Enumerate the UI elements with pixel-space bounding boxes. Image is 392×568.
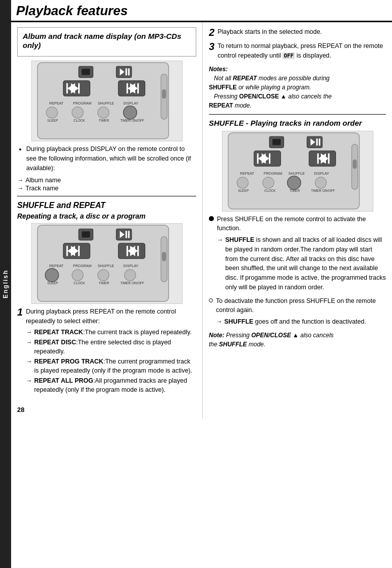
- svg-text:TIMER ON/OFF: TIMER ON/OFF: [311, 189, 334, 192]
- svg-rect-71: [257, 153, 258, 163]
- main-content: Playback features Album and track name d…: [11, 0, 392, 568]
- side-tab: English: [0, 0, 11, 568]
- svg-rect-42: [78, 246, 79, 256]
- divider-1: [17, 196, 196, 196]
- svg-rect-31: [37, 225, 169, 301]
- shuffle-section-title: SHUFFLE - Playing tracks in random order: [209, 119, 386, 128]
- svg-text:SHUFFLE: SHUFFLE: [97, 264, 114, 268]
- step-1: 1 During playback press REPEAT on the re…: [17, 307, 196, 396]
- shuffle-arrow-2: → SHUFFLE goes off and the function is d…: [216, 317, 386, 327]
- svg-text:REPEAT: REPEAT: [49, 101, 64, 106]
- svg-rect-36: [125, 231, 127, 238]
- svg-text:TIMER ON/OFF: TIMER ON/OFF: [120, 119, 144, 122]
- svg-text:PROGRAM: PROGRAM: [263, 171, 282, 175]
- svg-point-55: [124, 270, 135, 281]
- svg-rect-76: [328, 153, 329, 163]
- left-column: Album and track name display (on MP3-CDs…: [11, 22, 203, 419]
- step-3: 3 To return to normal playback, press RE…: [209, 41, 386, 61]
- svg-rect-33: [82, 232, 90, 238]
- svg-rect-45: [137, 246, 139, 256]
- svg-rect-2: [82, 69, 90, 75]
- bullet-icon-2: [209, 298, 213, 302]
- svg-text:PROGRAM: PROGRAM: [73, 264, 91, 268]
- svg-text:TIMER: TIMER: [98, 282, 109, 285]
- step-1-number: 1: [17, 307, 23, 396]
- svg-rect-68: [318, 138, 320, 145]
- svg-point-52: [45, 269, 59, 282]
- svg-rect-6: [128, 68, 129, 75]
- svg-text:CLOCK: CLOCK: [73, 282, 85, 285]
- repeat-all-prog-item: → REPEAT ALL PROG:All progammed tracks a…: [26, 377, 196, 394]
- repeat-track-item: → REPEAT TRACK:The current track is play…: [26, 328, 196, 337]
- svg-text:DISPLAY: DISPLAY: [314, 171, 329, 175]
- svg-rect-73: [268, 153, 270, 163]
- svg-text:REPEAT: REPEAT: [49, 264, 64, 268]
- bullet-icon-1: [209, 216, 214, 221]
- svg-point-23: [97, 107, 108, 118]
- step-3-number: 3: [209, 41, 214, 61]
- svg-text:SLEEP: SLEEP: [47, 282, 58, 285]
- svg-rect-14: [137, 83, 139, 93]
- svg-rect-47: [126, 246, 128, 256]
- step-3-content: To return to normal playback, press REPE…: [217, 41, 386, 61]
- shuffle-bullet-2: To deactivate the function press SHUFFLE…: [209, 296, 386, 328]
- shuffle-arrow-1: → SHUFFLE is shown and all tracks of all…: [217, 235, 386, 292]
- remote-control-image-3: REPEAT PROGRAM SHUFFLE DISPLAY SLEEP CLO…: [222, 131, 373, 212]
- svg-rect-9: [66, 83, 68, 93]
- svg-text:DISPLAY: DISPLAY: [123, 264, 138, 268]
- step-2-content: Playback starts in the selected mode.: [217, 27, 386, 37]
- svg-text:SLEEP: SLEEP: [47, 119, 58, 122]
- section-album-list: During playback press DISPLAY on the rem…: [17, 144, 196, 173]
- repeat-disc-item: → REPEAT DISC:The entire selected disc i…: [26, 338, 196, 356]
- svg-rect-5: [125, 68, 127, 75]
- remote-control-image-2: REPEAT PROGRAM SHUFFLE DISPLAY SLEEP CLO…: [31, 223, 183, 304]
- svg-text:TIMER ON/OFF: TIMER ON/OFF: [120, 282, 144, 285]
- section-album-display: Album and track name display (on MP3-CDs…: [17, 27, 196, 57]
- step-2: 2 Playback starts in the selected mode.: [209, 27, 386, 37]
- arrow-track-name: → Track name: [17, 185, 196, 192]
- step-1-content: During playback press REPEAT on the remo…: [26, 307, 196, 396]
- svg-text:CLOCK: CLOCK: [73, 119, 85, 122]
- svg-point-22: [72, 107, 83, 118]
- svg-rect-40: [66, 246, 68, 256]
- remote-control-image-1: REPEAT PROGRAM SHUFFLE DISPLAY SLEEP CLO…: [31, 61, 183, 141]
- svg-rect-0: [37, 63, 169, 139]
- section-album-title: Album and track name display (on MP3-CDs…: [23, 32, 191, 50]
- svg-point-53: [72, 270, 83, 281]
- divider-2: [209, 114, 386, 115]
- page-title: Playback features: [16, 3, 387, 19]
- svg-rect-67: [316, 138, 317, 145]
- svg-rect-16: [126, 83, 128, 93]
- svg-point-83: [237, 177, 248, 188]
- svg-text:TIMER: TIMER: [289, 189, 300, 192]
- svg-rect-37: [128, 231, 129, 238]
- svg-point-85: [287, 176, 301, 189]
- arrow-album-name: → Album name: [17, 177, 196, 184]
- svg-rect-78: [317, 153, 318, 163]
- svg-point-21: [46, 107, 57, 118]
- svg-rect-92: [353, 160, 357, 169]
- shuffle-bullet-1: Press SHUFFLE on the remote control to a…: [209, 215, 386, 293]
- album-display-bullet: During playback press DISPLAY on the rem…: [26, 144, 196, 173]
- svg-rect-62: [228, 133, 359, 209]
- notes-block: Notes: Not all REPEAT modes are possible…: [209, 65, 386, 110]
- svg-text:TIMER: TIMER: [98, 119, 109, 122]
- step-2-number: 2: [209, 27, 214, 37]
- svg-rect-64: [272, 139, 281, 145]
- page-header: Playback features: [11, 0, 392, 22]
- svg-text:SLEEP: SLEEP: [238, 189, 249, 192]
- repeat-sub-title: Repeating a track, a disc or a program: [17, 212, 196, 220]
- svg-text:DISPLAY: DISPLAY: [123, 101, 138, 106]
- svg-point-24: [123, 106, 137, 120]
- svg-rect-61: [162, 252, 166, 262]
- page-number: 28: [17, 406, 196, 414]
- svg-text:CLOCK: CLOCK: [264, 189, 275, 192]
- svg-rect-11: [78, 83, 79, 93]
- svg-text:REPEAT: REPEAT: [240, 171, 254, 175]
- svg-rect-30: [162, 89, 166, 98]
- svg-point-84: [262, 177, 273, 188]
- repeat-prog-track-item: → REPEAT PROG TRACK:The current programm…: [26, 357, 196, 375]
- right-column: 2 Playback starts in the selected mode. …: [203, 22, 392, 419]
- svg-point-54: [97, 270, 108, 281]
- svg-text:SHUFFLE: SHUFFLE: [97, 101, 114, 106]
